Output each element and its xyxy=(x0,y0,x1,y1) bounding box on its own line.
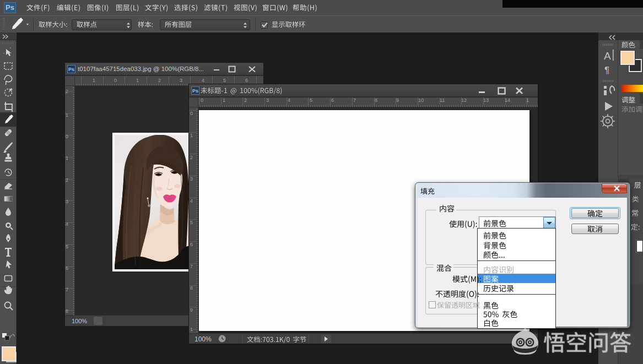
svg-text:¶: ¶ xyxy=(604,65,609,75)
svg-text:A: A xyxy=(604,50,611,62)
